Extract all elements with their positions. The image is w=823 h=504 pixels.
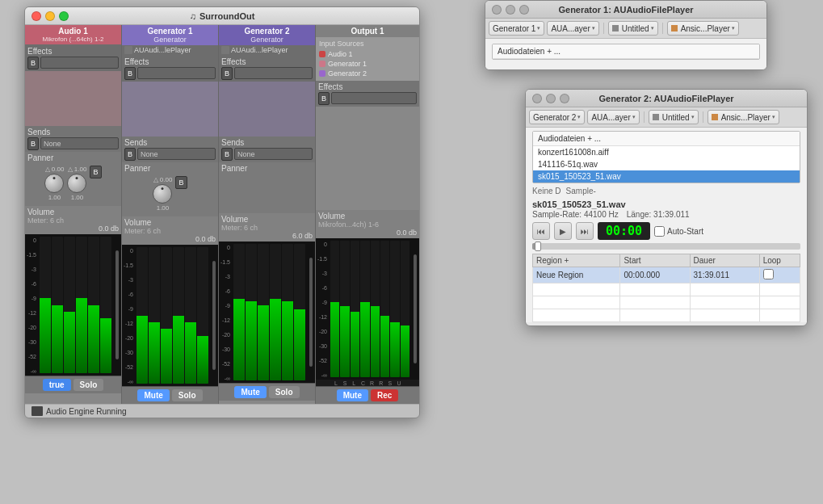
gen2-minimize[interactable] (546, 94, 556, 103)
scroll-indicator-audio1[interactable] (115, 250, 119, 359)
effects-select-output1[interactable] (331, 92, 417, 104)
mute-btn-gen1[interactable]: Mute (137, 389, 169, 401)
solo-btn-audio1[interactable]: Solo (73, 379, 104, 391)
gen1-traffic-lights (492, 5, 529, 15)
source-label-audio1: Audio 1 (328, 50, 353, 58)
volume-label-gen1: Volume (124, 218, 216, 227)
mute-btn-output1[interactable]: Mute (337, 389, 368, 401)
meter-bars-gen1 (135, 245, 210, 386)
mute-btn-gen2[interactable]: Mute (234, 386, 266, 398)
sends-label-gen2: Sends (221, 138, 313, 147)
gen2-toolbar: Generator 2 ▾ AUA...ayer ▾ Untitled ▾ An… (526, 107, 807, 128)
gen1-dropdown-2[interactable]: AUA...ayer ▾ (547, 21, 598, 36)
solo-btn-gen2[interactable]: Solo (269, 386, 300, 398)
sends-toggle-audio1[interactable]: B (27, 137, 39, 150)
rec-btn-output1[interactable]: Rec (371, 389, 398, 401)
plugin-icon-gen2 (221, 46, 229, 54)
close-button[interactable] (31, 11, 41, 21)
effects-toggle-audio1[interactable]: B (27, 57, 39, 69)
gen1-dropdown-4[interactable]: Ansic...Player ▾ (667, 21, 739, 36)
gen1-file-list: Audiodateien + ... (492, 44, 760, 60)
sends-select-audio1[interactable]: None (40, 137, 119, 149)
meter-label-audio1: Meter: 6 ch (27, 216, 119, 225)
volume-label-audio1: Volume (27, 208, 119, 216)
gen2-dropdown-1[interactable]: Generator 2 ▾ (529, 110, 585, 124)
effects-toggle-output1[interactable]: B (318, 92, 330, 105)
panner-knob-audio1[interactable] (44, 174, 64, 193)
db-value-gen2: 6.0 db (221, 232, 313, 240)
maximize-button[interactable] (59, 11, 69, 21)
transport-rewind[interactable]: ⏮ (532, 222, 550, 240)
gen2-separator2 (703, 111, 703, 123)
source-dot-audio1 (319, 51, 325, 57)
gen2-dropdown-3[interactable]: Untitled ▾ (649, 110, 699, 124)
scroll-indicator-gen1[interactable] (212, 261, 216, 370)
b-toggle-audio1[interactable]: B (90, 166, 101, 178)
fader-area-gen1[interactable]: 0 -1.5 -3 -6 -9 -12 -20 -30 -52 -∞ (122, 245, 218, 386)
gen1-close[interactable] (492, 5, 502, 15)
gen1-dropdown-1[interactable]: Generator 1 ▾ (489, 21, 544, 36)
sends-select-gen2[interactable]: None (234, 148, 313, 160)
channel-output1: Output 1 Input Sources Audio 1 Generator… (316, 25, 419, 404)
region-loop-checkbox[interactable] (763, 269, 774, 279)
panner-label-audio1: Panner (27, 153, 119, 162)
gen2-title: Generator 2: AUAudioFilePlayer (598, 94, 733, 103)
minimize-button[interactable] (45, 11, 55, 21)
gen2-dropdown-2[interactable]: AUA...ayer ▾ (587, 110, 639, 124)
gen1-maximize[interactable] (519, 5, 529, 15)
gen1-dropdown-3[interactable]: Untitled ▾ (608, 21, 658, 36)
meter-label-gen1: Meter: 6 ch (124, 227, 216, 235)
channel-gen2: Generator 2 Generator AUAudi...lePlayer … (219, 25, 316, 404)
speaker-labels: L S L C R R S U (316, 380, 419, 386)
b-toggle-gen1[interactable]: B (175, 176, 187, 189)
gen2-file-item-3[interactable]: sk015_150523_51.wav (533, 170, 800, 183)
meter-bars-output1 (329, 238, 411, 380)
scroll-indicator-output1[interactable] (414, 254, 417, 363)
gen1-body: Audiodateien + ... (485, 39, 766, 69)
region-header-loop: Loop (759, 254, 800, 267)
sends-select-gen1[interactable]: None (137, 148, 216, 160)
sends-label-gen1: Sends (124, 138, 216, 147)
gen2-file-info: Sample-Rate: 44100 Hz Länge: 31:39.011 (532, 210, 800, 219)
gen2-file-item-1[interactable]: konzert161008n.aiff (533, 146, 800, 158)
meter-label-output1: Mikrofon...4ch) 1-6 (318, 220, 417, 229)
gen2-body: Audiodateien + ... konzert161008n.aiff 1… (526, 128, 807, 322)
gen2-close[interactable] (532, 94, 542, 103)
scroll-indicator-gen2[interactable] (309, 258, 313, 367)
status-bar: Audio Engine Running (25, 404, 419, 418)
effects-select-gen2[interactable] (234, 67, 313, 79)
panner-label-gen1: Panner (124, 164, 216, 173)
gen2-auto-start-row: Auto-Start (654, 226, 703, 237)
solo-btn-gen1[interactable]: Solo (172, 389, 203, 401)
channel-header-output1: Output 1 (316, 25, 419, 37)
fader-area-gen2[interactable]: 0 -1.5 -3 -6 -9 -12 -20 -30 -52 -∞ (219, 242, 315, 383)
panner-knob2-audio1[interactable] (67, 174, 86, 193)
input-sources: Input Sources Audio 1 Generator 1 Genera… (316, 37, 419, 81)
gen2-region-table: Region + Start Dauer Loop Neue Region 00… (532, 254, 800, 322)
gen2-dropdown-4[interactable]: Ansic...Player ▾ (708, 110, 779, 124)
gen2-progress-handle[interactable] (535, 242, 541, 251)
channel-gen1: Generator 1 Generator AUAudi...lePlayer … (122, 25, 219, 404)
fader-area-audio1[interactable]: 0 -1.5 -3 -6 -9 -12 -20 -30 -52 -∞ (25, 234, 121, 376)
gen2-auto-start-checkbox[interactable] (654, 226, 665, 237)
effects-select-audio1[interactable] (40, 57, 119, 69)
gen1-separator1 (603, 23, 604, 34)
sends-toggle-gen1[interactable]: B (124, 148, 136, 161)
gen2-progress-bar[interactable] (532, 243, 800, 250)
effects-toggle-gen2[interactable]: B (221, 67, 233, 80)
effects-select-gen1[interactable] (137, 67, 216, 79)
table-row[interactable]: Neue Region 00:00.000 31:39.011 (533, 267, 800, 284)
output-effects: Effects B (316, 81, 419, 107)
effects-toggle-gen1[interactable]: B (124, 67, 136, 80)
channel-header-gen1: Generator 1 Generator (122, 25, 218, 45)
gen2-length-label: Länge: 31:39.011 (627, 210, 690, 219)
gen2-file-item-2[interactable]: 141116-51q.wav (533, 158, 800, 170)
sends-toggle-gen2[interactable]: B (221, 148, 233, 161)
gen2-maximize[interactable] (560, 94, 569, 103)
fader-area-output1[interactable]: 0 -1.5 -3 -6 -9 -12 -20 -30 -52 -∞ (316, 238, 419, 380)
panner-knob-gen1[interactable] (153, 184, 172, 204)
mute-btn-audio1[interactable]: true (43, 379, 71, 391)
transport-play[interactable]: ▶ (554, 222, 572, 240)
transport-forward[interactable]: ⏭ (576, 222, 594, 240)
gen1-minimize[interactable] (506, 5, 515, 15)
